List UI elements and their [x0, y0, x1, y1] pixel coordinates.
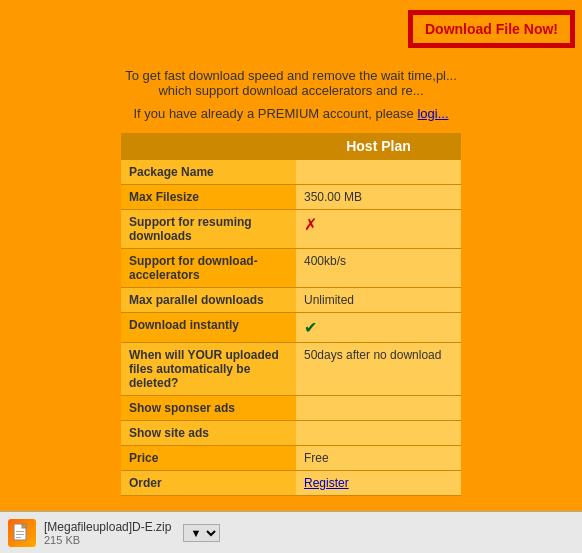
row-value-resuming: ✗	[296, 210, 461, 249]
table-row: Package Name	[121, 160, 461, 185]
file-svg-icon	[13, 523, 31, 543]
row-value-instant: ✔	[296, 313, 461, 343]
row-value-sponser-ads	[296, 396, 461, 421]
row-label-deleted: When will YOUR uploaded files automatica…	[121, 343, 296, 396]
row-label-parallel: Max parallel downloads	[121, 288, 296, 313]
info-text-1: To get fast download speed and remove th…	[105, 68, 477, 98]
row-value-accelerators: 400kb/s	[296, 249, 461, 288]
plan-table: Host Plan Package Name Max Filesize 350.…	[121, 133, 461, 496]
row-value-parallel: Unlimited	[296, 288, 461, 313]
svg-rect-4	[16, 534, 24, 535]
login-link[interactable]: logi...	[417, 106, 448, 121]
row-label-resuming: Support for resuming downloads	[121, 210, 296, 249]
table-row: Order Register	[121, 471, 461, 496]
table-row: Show sponser ads	[121, 396, 461, 421]
main-container: Download File Now! To get fast download …	[0, 0, 582, 553]
table-row: Show site ads	[121, 421, 461, 446]
file-icon	[8, 519, 36, 547]
row-label-sponser-ads: Show sponser ads	[121, 396, 296, 421]
table-row: Max Filesize 350.00 MB	[121, 185, 461, 210]
svg-rect-3	[16, 531, 24, 532]
row-label-price: Price	[121, 446, 296, 471]
table-row: Max parallel downloads Unlimited	[121, 288, 461, 313]
table-row: Support for download-accelerators 400kb/…	[121, 249, 461, 288]
svg-rect-5	[16, 537, 21, 538]
green-check-icon: ✔	[304, 319, 317, 336]
content-area: To get fast download speed and remove th…	[0, 58, 582, 511]
row-value-package	[296, 160, 461, 185]
table-row: Price Free	[121, 446, 461, 471]
top-bar: Download File Now!	[0, 0, 582, 58]
row-label-package: Package Name	[121, 160, 296, 185]
status-bar: [Megafileupload]D-E.zip 215 KB ▼	[0, 511, 582, 553]
row-label-order: Order	[121, 471, 296, 496]
row-value-price: Free	[296, 446, 461, 471]
row-label-site-ads: Show site ads	[121, 421, 296, 446]
table-row: When will YOUR uploaded files automatica…	[121, 343, 461, 396]
file-dropdown[interactable]: ▼	[183, 524, 220, 542]
host-plan-header: Host Plan	[296, 133, 461, 160]
login-text: If you have already a PREMIUM account, p…	[133, 106, 448, 121]
row-label-accelerators: Support for download-accelerators	[121, 249, 296, 288]
row-label-instant: Download instantly	[121, 313, 296, 343]
package-name-label	[121, 133, 296, 160]
filename-label: [Megafileupload]D-E.zip	[44, 520, 171, 534]
row-value-deleted: 50days after no download	[296, 343, 461, 396]
red-x-icon: ✗	[304, 216, 317, 233]
register-link[interactable]: Register	[304, 476, 349, 490]
file-info: [Megafileupload]D-E.zip 215 KB	[44, 520, 171, 546]
table-row: Support for resuming downloads ✗	[121, 210, 461, 249]
table-header-row: Host Plan	[121, 133, 461, 160]
filesize-label: 215 KB	[44, 534, 171, 546]
row-label-maxfilesize: Max Filesize	[121, 185, 296, 210]
row-value-site-ads	[296, 421, 461, 446]
row-value-order: Register	[296, 471, 461, 496]
download-button[interactable]: Download File Now!	[411, 13, 572, 45]
row-value-maxfilesize: 350.00 MB	[296, 185, 461, 210]
table-row: Download instantly ✔	[121, 313, 461, 343]
